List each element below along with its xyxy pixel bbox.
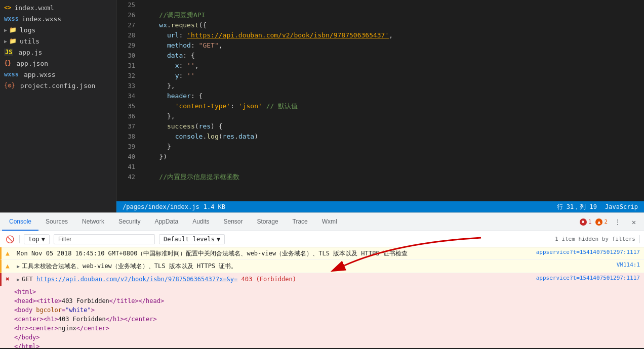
- sidebar-item-logs[interactable]: ▶ 📁 logs: [0, 24, 116, 35]
- devtools-tabs: Console Sources Network Security AppData…: [0, 213, 644, 231]
- editor-area: <> index.wxml wxss index.wxss ▶ 📁 logs ▶…: [0, 0, 644, 212]
- message-source-link[interactable]: appservice?t=1541407501297:1117: [536, 249, 640, 255]
- error-url[interactable]: https://api.douban.com/v2/book/isbn/9787…: [36, 276, 237, 283]
- expand-arrow-icon[interactable]: ▶: [17, 264, 20, 269]
- clear-console-button[interactable]: 🚫: [4, 234, 15, 245]
- sidebar-label: utils: [20, 37, 39, 45]
- sidebar-item-utils[interactable]: ▶ 📁 utils: [0, 35, 116, 47]
- status-right: 行 31，列 19 JavaScrip: [557, 203, 638, 211]
- tab-label: Sensor: [224, 218, 243, 225]
- code-line: }): [143, 152, 644, 162]
- code-line: console.log(res.data): [143, 132, 644, 142]
- tab-storage[interactable]: Storage: [250, 213, 286, 231]
- line-numbers: 25 26 27 28 29 30 31 32 33 34 35 36 37 3…: [116, 0, 139, 201]
- message-text: Mon Nov 05 2018 16:45:10 GMT+0800（中国标准时间…: [17, 249, 532, 258]
- level-dropdown-icon: ▼: [217, 236, 220, 243]
- code-line: y: '': [143, 71, 644, 81]
- sidebar-item-index-wxss[interactable]: wxss index.wxss: [0, 13, 116, 24]
- context-selector[interactable]: top ▼: [24, 234, 50, 244]
- error-count-badge: ✖ 1: [580, 219, 592, 226]
- js-icon: JS: [4, 49, 13, 56]
- tab-label: AppData: [154, 218, 178, 225]
- message-text: ▶GET https://api.douban.com/v2/book/isbn…: [17, 275, 532, 284]
- language-mode: JavaScrip: [605, 203, 638, 210]
- tab-sources[interactable]: Sources: [38, 213, 75, 231]
- line-num: 41: [116, 162, 135, 172]
- folder-icon: 📁: [9, 26, 17, 33]
- tab-label: Wxml: [322, 218, 337, 225]
- line-num: 27: [116, 20, 135, 30]
- line-num: 34: [116, 91, 135, 101]
- html-line: <center><h1>403 Forbidden</h1></center>: [14, 315, 640, 324]
- line-num: 33: [116, 81, 135, 91]
- message-source-link[interactable]: appservice?t=1541407501297:1117: [536, 275, 640, 281]
- line-num: 32: [116, 71, 135, 81]
- tab-label: Security: [118, 218, 140, 225]
- warning-icon: ▲: [6, 249, 14, 257]
- html-line: </html>: [14, 342, 640, 348]
- warn-count-badge: ▲ 2: [595, 219, 608, 226]
- console-message-warning-1: ▲ Mon Nov 05 2018 16:45:10 GMT+0800（中国标准…: [0, 247, 644, 260]
- code-content[interactable]: //调用豆瓣API wx.request({ url: 'https://api…: [139, 0, 644, 201]
- tab-console[interactable]: Console: [2, 213, 38, 231]
- dropdown-arrow-icon: ▼: [42, 236, 45, 243]
- sidebar-item-appjs[interactable]: JS app.js: [0, 47, 116, 58]
- folder-icon: 📁: [9, 37, 17, 45]
- error-count: 1: [588, 219, 592, 225]
- console-toolbar: 🚫 top ▼ Default levels ▼ 1 item hidden b…: [0, 231, 644, 247]
- sidebar-item-index-wxml[interactable]: <> index.wxml: [0, 2, 116, 13]
- code-line: }: [143, 142, 644, 152]
- file-sidebar: <> index.wxml wxss index.wxss ▶ 📁 logs ▶…: [0, 0, 116, 212]
- code-line: url: 'https://api.douban.com/v2/book/isb…: [143, 30, 644, 40]
- code-line: },: [143, 81, 644, 91]
- tab-label: Trace: [293, 218, 308, 225]
- level-selector[interactable]: Default levels ▼: [159, 234, 225, 244]
- devtools-close-button[interactable]: ✕: [628, 216, 640, 228]
- expand-arrow-icon[interactable]: ▶: [17, 277, 20, 282]
- line-num: 36: [116, 111, 135, 121]
- tab-security[interactable]: Security: [111, 213, 147, 231]
- sidebar-item-projectconfig[interactable]: {⚙} project.config.json: [0, 80, 116, 91]
- line-num: 28: [116, 30, 135, 40]
- gear-icon: {⚙}: [4, 82, 15, 89]
- console-filter-input[interactable]: [54, 234, 155, 244]
- message-source-link[interactable]: VM114:1: [617, 261, 640, 268]
- code-line: //调用豆瓣API: [143, 10, 644, 20]
- html-line: </body>: [14, 333, 640, 342]
- html-line: <body bgcolor="white">: [14, 306, 640, 315]
- sidebar-label: logs: [20, 26, 35, 34]
- code-line: //内置显示信息提示框函数: [143, 172, 644, 182]
- line-num: 25: [116, 0, 135, 10]
- console-messages[interactable]: ▲ Mon Nov 05 2018 16:45:10 GMT+0800（中国标准…: [0, 247, 644, 348]
- code-line: success(res) {: [143, 121, 644, 132]
- sidebar-label: app.json: [16, 60, 48, 67]
- tab-trace[interactable]: Trace: [286, 213, 315, 231]
- xml-icon: <>: [4, 4, 11, 11]
- sidebar-label: project.config.json: [20, 82, 96, 90]
- tab-audits[interactable]: Audits: [185, 213, 216, 231]
- html-line: <html>: [14, 287, 640, 296]
- toolbar-separator: [19, 235, 20, 243]
- code-line: 'content-type': 'json' // 默认值: [143, 101, 644, 111]
- more-options-button[interactable]: ⋮: [612, 216, 624, 228]
- tab-label: Network: [82, 218, 104, 225]
- status-left: /pages/index/index.js 1.4 KB: [123, 203, 225, 210]
- sidebar-item-appjson[interactable]: {} app.json: [0, 58, 116, 69]
- code-line: [143, 0, 644, 10]
- tab-wxml[interactable]: Wxml: [315, 213, 344, 231]
- code-line: x: '',: [143, 61, 644, 71]
- tab-label: Audits: [192, 218, 209, 225]
- code-line: wx.request({: [143, 20, 644, 30]
- tab-network[interactable]: Network: [75, 213, 111, 231]
- error-status: 403 (Forbidden): [242, 276, 296, 283]
- sidebar-item-appwxss[interactable]: wxss app.wxss: [0, 69, 116, 80]
- code-line: header: {: [143, 91, 644, 101]
- toolbar-separator: [639, 235, 640, 243]
- code-editor[interactable]: 25 26 27 28 29 30 31 32 33 34 35 36 37 3…: [116, 0, 644, 212]
- line-num: 31: [116, 61, 135, 71]
- tab-sensor[interactable]: Sensor: [217, 213, 250, 231]
- code-lines: 25 26 27 28 29 30 31 32 33 34 35 36 37 3…: [116, 0, 644, 201]
- line-num: 30: [116, 51, 135, 61]
- tab-appdata[interactable]: AppData: [147, 213, 185, 231]
- line-num: 42: [116, 172, 135, 182]
